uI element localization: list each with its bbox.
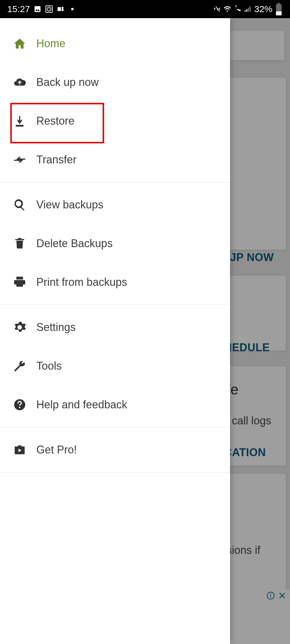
nav-label: Back up now: [36, 76, 99, 89]
nav-label: Settings: [36, 321, 76, 334]
svg-point-4: [61, 7, 64, 9]
nav-section-main: Home Back up now Restore Transfer: [0, 18, 230, 182]
nav-item-help[interactable]: Help and feedback: [0, 385, 230, 424]
nav-item-get-pro[interactable]: Get Pro!: [0, 430, 230, 469]
teams-icon: [57, 5, 64, 13]
svg-rect-0: [35, 6, 41, 12]
nav-section-system: Settings Tools Help and feedback: [0, 305, 230, 427]
home-icon: [9, 37, 30, 50]
nav-item-home[interactable]: Home: [0, 24, 230, 63]
nav-section-pro: Get Pro!: [0, 427, 230, 472]
svg-rect-3: [58, 7, 61, 11]
trash-icon: [9, 237, 30, 250]
search-icon: [9, 198, 30, 211]
nav-item-print-backups[interactable]: Print from backups: [0, 263, 230, 302]
download-icon: [9, 114, 30, 128]
nav-label: Delete Backups: [36, 237, 113, 250]
image-icon: [34, 5, 41, 13]
svg-rect-12: [276, 11, 282, 15]
status-right: 32%: [213, 4, 283, 14]
nav-label: Home: [36, 37, 65, 50]
svg-rect-11: [278, 3, 280, 5]
battery-percent: 32%: [254, 4, 272, 14]
status-bar: 15:27 32%: [0, 0, 290, 18]
signal-icon: [244, 5, 252, 13]
nav-item-transfer[interactable]: Transfer: [0, 140, 230, 179]
wifi-icon: [223, 5, 231, 13]
nav-label: Tools: [36, 360, 62, 372]
nav-label: View backups: [36, 198, 103, 211]
volte-icon: [234, 5, 242, 13]
navigation-drawer: Home Back up now Restore Transfer: [0, 18, 230, 644]
more-dot-icon: [71, 8, 74, 10]
nav-item-restore[interactable]: Restore: [0, 102, 230, 140]
status-left: 15:27: [7, 4, 74, 14]
status-time: 15:27: [7, 4, 30, 14]
briefcase-play-icon: [9, 443, 30, 456]
svg-rect-6: [245, 10, 246, 11]
clock-app-icon: [45, 5, 53, 13]
nav-item-delete-backups[interactable]: Delete Backups: [0, 224, 230, 263]
vibrate-icon: [213, 5, 221, 13]
nav-label: Transfer: [36, 153, 77, 166]
nav-item-tools[interactable]: Tools: [0, 347, 230, 385]
nav-item-backup-now[interactable]: Back up now: [0, 63, 230, 102]
nav-section-manage: View backups Delete Backups Print from b…: [0, 182, 230, 305]
nav-label: Get Pro!: [36, 443, 77, 456]
svg-rect-7: [246, 9, 247, 12]
battery-icon: [275, 5, 283, 13]
svg-point-18: [19, 407, 21, 408]
svg-rect-9: [249, 6, 250, 11]
nav-item-view-backups[interactable]: View backups: [0, 185, 230, 224]
gear-icon: [9, 321, 30, 334]
svg-rect-16: [16, 125, 24, 127]
nav-item-settings[interactable]: Settings: [0, 308, 230, 347]
transfer-icon: [9, 153, 30, 166]
print-icon: [9, 276, 30, 289]
nav-label: Help and feedback: [36, 398, 127, 411]
cloud-upload-icon: [9, 76, 30, 89]
svg-rect-8: [248, 8, 249, 12]
nav-label: Restore: [36, 115, 74, 127]
svg-rect-5: [61, 9, 64, 11]
nav-label: Print from backups: [36, 276, 127, 289]
wrench-icon: [9, 359, 30, 373]
help-icon: [9, 398, 30, 411]
